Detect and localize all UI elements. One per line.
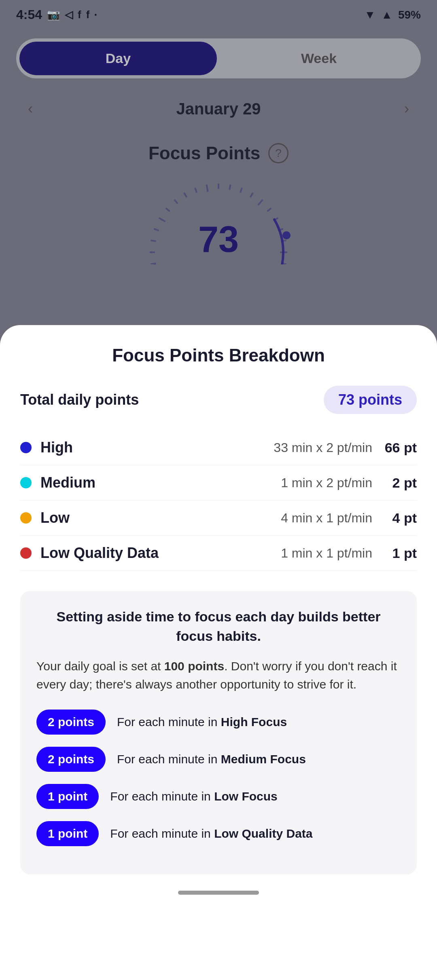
tab-day[interactable]: Day bbox=[19, 42, 217, 75]
row-low: Low 4 min x 1 pt/min 4 pt bbox=[20, 501, 417, 536]
points-row-high: 2 points For each minute in High Focus bbox=[36, 710, 401, 735]
time-display: 4:54 bbox=[16, 7, 42, 22]
info-body: Your daily goal is set at 100 points. Do… bbox=[36, 657, 401, 693]
total-value-badge: 73 points bbox=[324, 386, 417, 414]
tab-week[interactable]: Week bbox=[220, 42, 418, 75]
svg-line-1 bbox=[151, 263, 156, 264]
wifi-icon: ▼ bbox=[365, 8, 376, 21]
status-indicators: ▼ ▲ 59% bbox=[365, 8, 421, 21]
svg-line-14 bbox=[250, 193, 253, 197]
badge-1pt-low: 1 point bbox=[36, 784, 99, 809]
pts-low-quality: 1 pt bbox=[384, 545, 417, 561]
label-medium: Medium bbox=[40, 474, 281, 491]
current-date: January 29 bbox=[176, 100, 261, 118]
signal-icon: ▲ bbox=[381, 8, 392, 21]
label-high: High bbox=[40, 439, 274, 456]
focus-points-header: Focus Points ? bbox=[16, 143, 421, 163]
label-low-quality: Low Quality Data bbox=[40, 545, 281, 562]
info-box: Setting aside time to focus each day bui… bbox=[20, 591, 417, 874]
tab-bar[interactable]: Day Week bbox=[16, 38, 421, 78]
svg-line-12 bbox=[229, 185, 230, 190]
svg-line-16 bbox=[267, 208, 271, 211]
row-medium: Medium 1 min x 2 pt/min 2 pt bbox=[20, 465, 417, 501]
svg-point-24 bbox=[282, 231, 291, 239]
row-high: High 33 min x 2 pt/min 66 pt bbox=[20, 430, 417, 465]
svg-line-6 bbox=[166, 208, 170, 211]
gauge-score: 73 bbox=[198, 219, 239, 260]
calc-low: 4 min x 1 pt/min bbox=[281, 511, 372, 526]
svg-line-4 bbox=[154, 229, 159, 230]
dot-high bbox=[20, 442, 32, 453]
calc-low-quality: 1 min x 1 pt/min bbox=[281, 546, 372, 561]
sheet-title: Focus Points Breakdown bbox=[20, 345, 417, 365]
desc-low: For each minute in Low Focus bbox=[110, 790, 277, 803]
status-time: 4:54 📷 ◁ f f • bbox=[16, 7, 97, 22]
pts-high: 66 pt bbox=[384, 440, 417, 456]
desc-medium: For each minute in Medium Focus bbox=[117, 752, 306, 766]
bottom-sheet: Focus Points Breakdown Total daily point… bbox=[0, 325, 437, 980]
badge-2pts-high: 2 points bbox=[36, 710, 106, 735]
background-content: Day Week ‹ January 29 › Focus Points ? bbox=[0, 26, 437, 277]
pts-medium: 2 pt bbox=[384, 475, 417, 491]
desc-low-quality: For each minute in Low Quality Data bbox=[110, 827, 312, 841]
photo-icon: 📷 bbox=[47, 8, 60, 21]
facebook-icon2: f bbox=[86, 8, 90, 21]
pts-low: 4 pt bbox=[384, 510, 417, 526]
points-row-low-quality: 1 point For each minute in Low Quality D… bbox=[36, 821, 401, 846]
prev-date-button[interactable]: ‹ bbox=[16, 95, 45, 123]
breakdown-rows: High 33 min x 2 pt/min 66 pt Medium 1 mi… bbox=[20, 430, 417, 571]
dot-icon: • bbox=[94, 11, 97, 19]
desc-high: For each minute in High Focus bbox=[117, 715, 287, 729]
calc-high: 33 min x 2 pt/min bbox=[274, 440, 372, 455]
svg-line-9 bbox=[195, 188, 197, 192]
next-date-button[interactable]: › bbox=[392, 95, 421, 123]
svg-line-5 bbox=[159, 218, 165, 222]
battery-display: 59% bbox=[398, 8, 421, 21]
status-bar: 4:54 📷 ◁ f f • ▼ ▲ 59% bbox=[0, 0, 437, 26]
points-row-low: 1 point For each minute in Low Focus bbox=[36, 784, 401, 809]
location-icon: ◁ bbox=[65, 8, 73, 21]
facebook-icon1: f bbox=[78, 8, 81, 21]
svg-line-8 bbox=[184, 193, 187, 197]
svg-line-3 bbox=[151, 240, 156, 241]
svg-line-10 bbox=[206, 185, 208, 192]
gauge-container: 73 bbox=[142, 175, 295, 264]
date-navigation: ‹ January 29 › bbox=[16, 95, 421, 123]
calc-medium: 1 min x 2 pt/min bbox=[281, 475, 372, 490]
home-indicator bbox=[178, 891, 259, 895]
info-headline: Setting aside time to focus each day bui… bbox=[36, 607, 401, 646]
svg-line-15 bbox=[258, 200, 263, 205]
svg-line-7 bbox=[174, 200, 178, 204]
row-low-quality: Low Quality Data 1 min x 1 pt/min 1 pt bbox=[20, 536, 417, 571]
dot-low bbox=[20, 512, 32, 524]
badge-2pts-medium: 2 points bbox=[36, 747, 106, 772]
total-label: Total daily points bbox=[20, 391, 139, 408]
svg-line-13 bbox=[240, 188, 242, 192]
badge-1pt-low-quality: 1 point bbox=[36, 821, 99, 846]
focus-points-title: Focus Points bbox=[148, 143, 260, 163]
label-low: Low bbox=[40, 509, 281, 526]
total-daily-row: Total daily points 73 points bbox=[20, 386, 417, 414]
dot-low-quality bbox=[20, 547, 32, 559]
dot-medium bbox=[20, 477, 32, 488]
points-row-medium: 2 points For each minute in Medium Focus bbox=[36, 747, 401, 772]
help-icon[interactable]: ? bbox=[268, 143, 289, 163]
